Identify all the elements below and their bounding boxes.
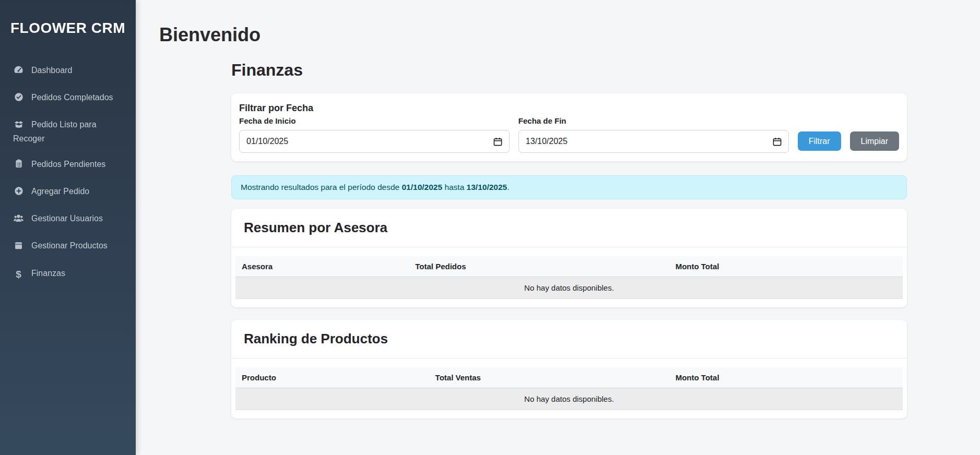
main-content: Bienvenido Finanzas Filtrar por Fecha Fe…	[136, 0, 980, 418]
alert-start-date: 01/10/2025	[402, 183, 442, 191]
sidebar-item-agregar-pedido[interactable]: Agregar Pedido	[0, 178, 136, 206]
check-circle-icon	[13, 92, 24, 105]
start-date-field: Fecha de Inicio 01/10/2025	[239, 116, 510, 153]
sidebar-item-label: Pedidos Completados	[31, 93, 113, 102]
empty-table-row: No hay datos disponibles.	[235, 388, 903, 410]
sidebar-item-label: Dashboard	[31, 66, 72, 75]
sidebar-nav: Dashboard Pedidos Completados Pedido Lis…	[0, 57, 136, 288]
alert-text: Mostrando resultados para el período des…	[241, 183, 399, 191]
alert-text: hasta	[444, 183, 464, 191]
column-header: Monto Total	[669, 256, 903, 277]
column-header: Monto Total	[669, 367, 903, 388]
ranking-table: Producto Total Ventas Monto Total No hay…	[235, 367, 903, 410]
column-header: Producto	[235, 367, 429, 388]
sidebar-item-gestionar-usuarios[interactable]: Gestionar Usuarios	[0, 206, 136, 233]
sidebar-item-label: Gestionar Usuarios	[31, 214, 103, 223]
column-header: Total Pedidos	[409, 256, 669, 277]
filter-card: Filtrar por Fecha Fecha de Inicio 01/10/…	[231, 93, 907, 161]
empty-message: No hay datos disponibles.	[235, 277, 903, 299]
dollar-icon: $	[13, 267, 24, 282]
column-header: Asesora	[235, 256, 409, 277]
table-header-row: Asesora Total Pedidos Monto Total	[235, 256, 903, 277]
clear-button[interactable]: Limpiar	[850, 131, 899, 151]
sidebar-item-label: Agregar Pedido	[31, 187, 89, 196]
start-date-input[interactable]: 01/10/2025	[239, 130, 510, 153]
summary-card-title: Resumen por Asesora	[244, 220, 894, 236]
sidebar-item-pedido-listo[interactable]: Pedido Listo para Recoger	[0, 112, 136, 151]
filter-title: Filtrar por Fecha	[239, 103, 899, 114]
ranking-card-header: Ranking de Productos	[231, 320, 907, 358]
sidebar-item-dashboard[interactable]: Dashboard	[0, 57, 136, 85]
dashboard-icon	[13, 65, 24, 78]
clipboard-list-icon	[13, 159, 24, 172]
results-alert: Mostrando resultados para el período des…	[231, 175, 907, 199]
plus-circle-icon	[13, 186, 24, 199]
summary-card: Resumen por Asesora Asesora Total Pedido…	[231, 209, 907, 307]
section-title: Finanzas	[231, 61, 907, 80]
summary-card-header: Resumen por Asesora	[231, 209, 907, 247]
alert-end-date: 13/10/2025	[467, 183, 507, 191]
sidebar-item-label: Pedidos Pendientes	[31, 160, 105, 169]
calendar-icon[interactable]	[493, 137, 502, 146]
empty-message: No hay datos disponibles.	[235, 388, 903, 410]
calendar-icon[interactable]	[773, 137, 782, 146]
box-icon	[13, 241, 24, 253]
sidebar-item-gestionar-productos[interactable]: Gestionar Productos	[0, 233, 136, 260]
end-date-field: Fecha de Fin 13/10/2025	[518, 116, 789, 153]
end-date-value: 13/10/2025	[526, 137, 568, 146]
end-date-input[interactable]: 13/10/2025	[518, 130, 789, 153]
sidebar-item-label: Pedido Listo para Recoger	[13, 120, 97, 142]
sidebar-item-label: Finanzas	[31, 269, 65, 278]
filter-button[interactable]: Filtrar	[798, 131, 841, 151]
app-title: FLOOWER CRM	[0, 0, 136, 37]
users-icon	[13, 213, 24, 226]
summary-table: Asesora Total Pedidos Monto Total No hay…	[235, 256, 903, 299]
sidebar-item-pedidos-pendientes[interactable]: Pedidos Pendientes	[0, 151, 136, 178]
finanzas-section: Finanzas Filtrar por Fecha Fecha de Inic…	[231, 61, 907, 418]
alert-text: .	[507, 183, 509, 191]
box-open-icon	[13, 119, 24, 132]
sidebar: FLOOWER CRM Dashboard Pedidos Completado…	[0, 0, 136, 455]
sidebar-item-finanzas[interactable]: $Finanzas	[0, 260, 136, 289]
sidebar-item-pedidos-completados[interactable]: Pedidos Completados	[0, 85, 136, 112]
column-header: Total Ventas	[429, 367, 669, 388]
sidebar-item-label: Gestionar Productos	[31, 241, 108, 250]
start-date-label: Fecha de Inicio	[239, 116, 510, 125]
page-title: Bienvenido	[159, 24, 957, 46]
end-date-label: Fecha de Fin	[518, 116, 789, 125]
table-header-row: Producto Total Ventas Monto Total	[235, 367, 903, 388]
ranking-card-title: Ranking de Productos	[244, 331, 894, 347]
start-date-value: 01/10/2025	[246, 137, 288, 146]
empty-table-row: No hay datos disponibles.	[235, 277, 903, 299]
ranking-card: Ranking de Productos Producto Total Vent…	[231, 320, 907, 418]
